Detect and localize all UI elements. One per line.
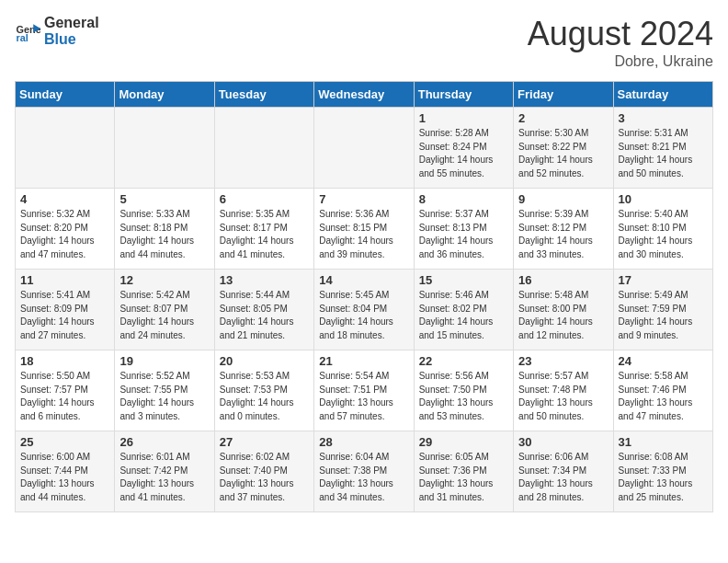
day-cell: 7Sunrise: 5:36 AM Sunset: 8:15 PM Daylig… — [314, 189, 414, 270]
day-cell: 16Sunrise: 5:48 AM Sunset: 8:00 PM Dayli… — [514, 270, 613, 350]
day-cell: 23Sunrise: 5:57 AM Sunset: 7:48 PM Dayli… — [514, 350, 613, 431]
day-info: Sunrise: 5:49 AM Sunset: 7:59 PM Dayligh… — [619, 289, 708, 342]
title-block: August 2024 Dobre, Ukraine — [528, 15, 713, 70]
weekday-header-monday: Monday — [115, 82, 214, 108]
day-info: Sunrise: 5:31 AM Sunset: 8:21 PM Dayligh… — [619, 127, 708, 180]
day-cell: 13Sunrise: 5:44 AM Sunset: 8:05 PM Dayli… — [214, 270, 313, 350]
svg-text:ral: ral — [17, 31, 28, 42]
page-header: Gene ral General Blue August 2024 Dobre,… — [15, 15, 713, 70]
day-info: Sunrise: 5:35 AM Sunset: 8:17 PM Dayligh… — [220, 208, 309, 261]
day-cell: 10Sunrise: 5:40 AM Sunset: 8:10 PM Dayli… — [613, 189, 712, 270]
calendar-table: SundayMondayTuesdayWednesdayThursdayFrid… — [15, 81, 713, 512]
day-number: 20 — [220, 354, 309, 368]
day-info: Sunrise: 6:04 AM Sunset: 7:38 PM Dayligh… — [319, 451, 408, 504]
day-number: 24 — [619, 354, 708, 368]
day-info: Sunrise: 5:42 AM Sunset: 8:07 PM Dayligh… — [119, 289, 209, 342]
day-cell: 21Sunrise: 5:54 AM Sunset: 7:51 PM Dayli… — [314, 350, 414, 431]
day-number: 30 — [518, 435, 608, 449]
day-cell: 31Sunrise: 6:08 AM Sunset: 7:33 PM Dayli… — [613, 431, 712, 512]
day-number: 11 — [20, 273, 109, 287]
day-info: Sunrise: 6:00 AM Sunset: 7:44 PM Dayligh… — [20, 451, 109, 504]
week-row-3: 11Sunrise: 5:41 AM Sunset: 8:09 PM Dayli… — [16, 270, 713, 350]
day-info: Sunrise: 5:33 AM Sunset: 8:18 PM Dayligh… — [119, 208, 209, 261]
day-info: Sunrise: 6:01 AM Sunset: 7:42 PM Dayligh… — [119, 451, 209, 504]
day-number: 16 — [518, 273, 608, 287]
day-cell: 15Sunrise: 5:46 AM Sunset: 8:02 PM Dayli… — [414, 270, 513, 350]
day-number: 12 — [119, 273, 209, 287]
day-cell — [214, 108, 313, 189]
logo-text-general: General — [44, 15, 99, 31]
week-row-5: 25Sunrise: 6:00 AM Sunset: 7:44 PM Dayli… — [16, 431, 713, 512]
day-cell: 22Sunrise: 5:56 AM Sunset: 7:50 PM Dayli… — [414, 350, 513, 431]
day-info: Sunrise: 5:54 AM Sunset: 7:51 PM Dayligh… — [319, 370, 408, 423]
day-cell: 25Sunrise: 6:00 AM Sunset: 7:44 PM Dayli… — [16, 431, 115, 512]
day-number: 19 — [119, 354, 209, 368]
week-row-1: 1Sunrise: 5:28 AM Sunset: 8:24 PM Daylig… — [16, 108, 713, 189]
day-info: Sunrise: 5:53 AM Sunset: 7:53 PM Dayligh… — [220, 370, 309, 423]
day-cell: 30Sunrise: 6:06 AM Sunset: 7:34 PM Dayli… — [514, 431, 613, 512]
day-info: Sunrise: 5:39 AM Sunset: 8:12 PM Dayligh… — [518, 208, 608, 261]
weekday-header-sunday: Sunday — [16, 82, 115, 108]
day-cell: 9Sunrise: 5:39 AM Sunset: 8:12 PM Daylig… — [514, 189, 613, 270]
day-info: Sunrise: 5:41 AM Sunset: 8:09 PM Dayligh… — [20, 289, 109, 342]
day-info: Sunrise: 5:40 AM Sunset: 8:10 PM Dayligh… — [619, 208, 708, 261]
day-cell: 4Sunrise: 5:32 AM Sunset: 8:20 PM Daylig… — [16, 189, 115, 270]
day-number: 8 — [419, 192, 508, 206]
day-cell: 3Sunrise: 5:31 AM Sunset: 8:21 PM Daylig… — [613, 108, 712, 189]
day-cell — [115, 108, 214, 189]
day-info: Sunrise: 6:05 AM Sunset: 7:36 PM Dayligh… — [419, 451, 508, 504]
day-info: Sunrise: 6:06 AM Sunset: 7:34 PM Dayligh… — [518, 451, 608, 504]
day-info: Sunrise: 5:50 AM Sunset: 7:57 PM Dayligh… — [20, 370, 109, 423]
day-info: Sunrise: 5:32 AM Sunset: 8:20 PM Dayligh… — [20, 208, 109, 261]
day-number: 7 — [319, 192, 408, 206]
day-cell: 20Sunrise: 5:53 AM Sunset: 7:53 PM Dayli… — [214, 350, 313, 431]
day-cell: 14Sunrise: 5:45 AM Sunset: 8:04 PM Dayli… — [314, 270, 414, 350]
day-number: 2 — [518, 111, 608, 125]
day-cell: 24Sunrise: 5:58 AM Sunset: 7:46 PM Dayli… — [613, 350, 712, 431]
location-subtitle: Dobre, Ukraine — [528, 53, 713, 70]
day-cell: 18Sunrise: 5:50 AM Sunset: 7:57 PM Dayli… — [16, 350, 115, 431]
day-number: 21 — [319, 354, 408, 368]
day-number: 1 — [419, 111, 508, 125]
day-info: Sunrise: 5:30 AM Sunset: 8:22 PM Dayligh… — [518, 127, 608, 180]
day-info: Sunrise: 5:45 AM Sunset: 8:04 PM Dayligh… — [319, 289, 408, 342]
weekday-header-saturday: Saturday — [613, 82, 712, 108]
day-number: 27 — [220, 435, 309, 449]
weekday-header-tuesday: Tuesday — [214, 82, 313, 108]
logo-icon: Gene ral — [15, 18, 40, 44]
day-number: 28 — [319, 435, 408, 449]
day-number: 31 — [619, 435, 708, 449]
day-cell: 19Sunrise: 5:52 AM Sunset: 7:55 PM Dayli… — [115, 350, 214, 431]
day-info: Sunrise: 5:46 AM Sunset: 8:02 PM Dayligh… — [419, 289, 508, 342]
day-number: 10 — [619, 192, 708, 206]
day-number: 26 — [119, 435, 209, 449]
day-cell: 27Sunrise: 6:02 AM Sunset: 7:40 PM Dayli… — [214, 431, 313, 512]
day-number: 29 — [419, 435, 508, 449]
weekday-header-row: SundayMondayTuesdayWednesdayThursdayFrid… — [16, 82, 713, 108]
day-number: 15 — [419, 273, 508, 287]
day-info: Sunrise: 5:48 AM Sunset: 8:00 PM Dayligh… — [518, 289, 608, 342]
day-info: Sunrise: 6:02 AM Sunset: 7:40 PM Dayligh… — [220, 451, 309, 504]
day-number: 4 — [20, 192, 109, 206]
weekday-header-thursday: Thursday — [414, 82, 513, 108]
day-number: 22 — [419, 354, 508, 368]
day-cell: 28Sunrise: 6:04 AM Sunset: 7:38 PM Dayli… — [314, 431, 414, 512]
day-info: Sunrise: 5:28 AM Sunset: 8:24 PM Dayligh… — [419, 127, 508, 180]
day-number: 14 — [319, 273, 408, 287]
day-info: Sunrise: 5:52 AM Sunset: 7:55 PM Dayligh… — [119, 370, 209, 423]
day-number: 25 — [20, 435, 109, 449]
day-number: 6 — [220, 192, 309, 206]
day-info: Sunrise: 5:56 AM Sunset: 7:50 PM Dayligh… — [419, 370, 508, 423]
day-cell — [16, 108, 115, 189]
day-cell: 5Sunrise: 5:33 AM Sunset: 8:18 PM Daylig… — [115, 189, 214, 270]
day-info: Sunrise: 5:37 AM Sunset: 8:13 PM Dayligh… — [419, 208, 508, 261]
day-info: Sunrise: 5:58 AM Sunset: 7:46 PM Dayligh… — [619, 370, 708, 423]
day-cell: 1Sunrise: 5:28 AM Sunset: 8:24 PM Daylig… — [414, 108, 513, 189]
logo-text-blue: Blue — [44, 31, 99, 48]
weekday-header-wednesday: Wednesday — [314, 82, 414, 108]
day-info: Sunrise: 5:57 AM Sunset: 7:48 PM Dayligh… — [518, 370, 608, 423]
week-row-2: 4Sunrise: 5:32 AM Sunset: 8:20 PM Daylig… — [16, 189, 713, 270]
day-cell: 26Sunrise: 6:01 AM Sunset: 7:42 PM Dayli… — [115, 431, 214, 512]
day-number: 23 — [518, 354, 608, 368]
day-info: Sunrise: 6:08 AM Sunset: 7:33 PM Dayligh… — [619, 451, 708, 504]
